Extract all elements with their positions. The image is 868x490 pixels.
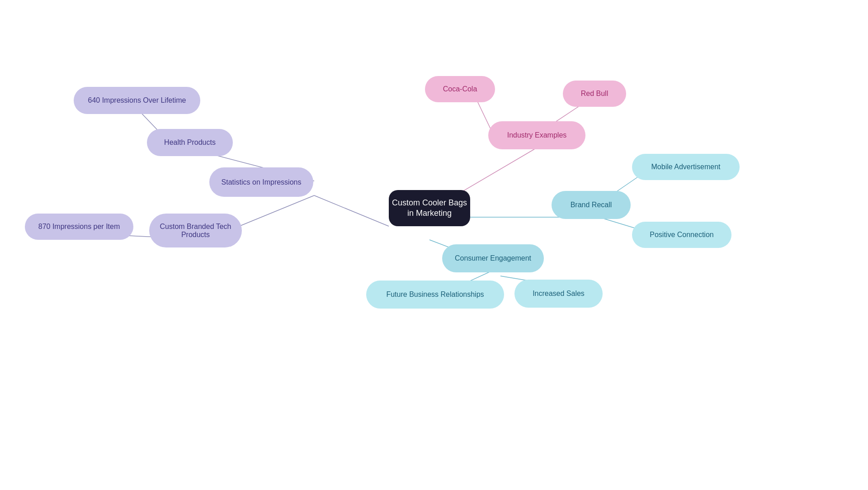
custom-branded-node[interactable]: Custom Branded Tech Products [149,214,242,247]
impressions-per-item-node[interactable]: 870 Impressions per Item [25,214,133,240]
center-node[interactable]: Custom Cooler Bags in Marketing [389,190,470,226]
mindmap-container: Custom Cooler Bags in Marketing Statisti… [0,0,868,490]
health-products-node[interactable]: Health Products [147,129,233,156]
positive-connection-node[interactable]: Positive Connection [632,222,731,248]
statistics-node[interactable]: Statistics on Impressions [209,167,313,197]
future-business-node[interactable]: Future Business Relationships [366,281,504,309]
impressions-lifetime-node[interactable]: 640 Impressions Over Lifetime [74,87,200,114]
industry-examples-node[interactable]: Industry Examples [488,121,585,149]
red-bull-node[interactable]: Red Bull [563,81,626,107]
increased-sales-node[interactable]: Increased Sales [514,280,603,308]
connections-svg [0,0,868,490]
consumer-engagement-node[interactable]: Consumer Engagement [442,244,544,272]
brand-recall-node[interactable]: Brand Recall [552,191,631,219]
coca-cola-node[interactable]: Coca-Cola [425,76,495,102]
svg-line-0 [314,195,389,226]
mobile-advertisement-node[interactable]: Mobile Advertisement [632,154,740,180]
